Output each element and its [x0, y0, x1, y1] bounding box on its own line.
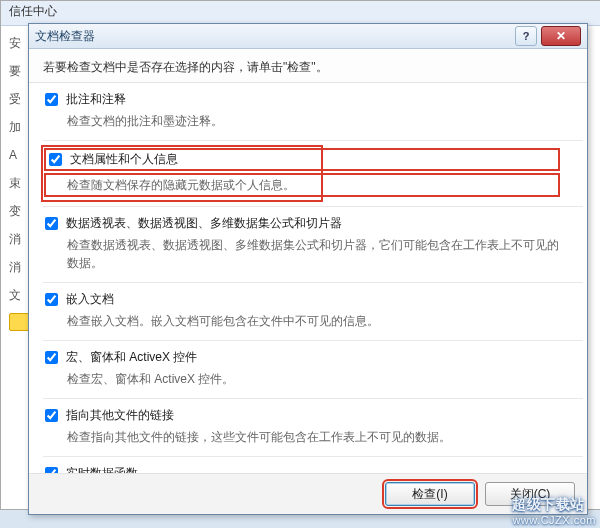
- option-title: 指向其他文件的链接: [66, 407, 174, 424]
- inspector-option: 指向其他文件的链接检查指向其他文件的链接，这些文件可能包含在工作表上不可见的数据…: [43, 399, 583, 457]
- option-description: 检查随文档保存的隐藏元数据或个人信息。: [45, 174, 559, 196]
- option-description: 检查嵌入文档。嵌入文档可能包含在文件中不可见的信息。: [67, 312, 559, 330]
- option-checkbox[interactable]: [49, 153, 62, 166]
- document-inspector-dialog: 文档检查器 ? ✕ 若要检查文档中是否存在选择的内容，请单击"检查"。 批注和注…: [28, 23, 588, 515]
- option-title: 宏、窗体和 ActiveX 控件: [66, 349, 197, 366]
- inspector-option: 文档属性和个人信息检查随文档保存的隐藏元数据或个人信息。: [43, 141, 583, 207]
- option-title: 嵌入文档: [66, 291, 114, 308]
- close-button[interactable]: 关闭(C): [485, 482, 575, 506]
- help-button[interactable]: ?: [515, 26, 537, 46]
- inspector-option: 实时数据函数检查是否存在可以从工作簿外部提取数据的实时数据 (RTD) 函数。: [43, 457, 583, 474]
- close-icon[interactable]: ✕: [541, 26, 581, 46]
- option-checkbox[interactable]: [45, 217, 58, 230]
- option-title: 批注和注释: [66, 91, 126, 108]
- option-title: 数据透视表、数据透视图、多维数据集公式和切片器: [66, 215, 342, 232]
- inspector-option: 宏、窗体和 ActiveX 控件检查宏、窗体和 ActiveX 控件。: [43, 341, 583, 399]
- inspect-button[interactable]: 检查(I): [385, 482, 475, 506]
- warning-badge: [9, 313, 29, 331]
- option-title: 实时数据函数: [66, 465, 138, 474]
- option-checkbox[interactable]: [45, 351, 58, 364]
- inspector-option: 嵌入文档检查嵌入文档。嵌入文档可能包含在文件中不可见的信息。: [43, 283, 583, 341]
- dialog-titlebar: 文档检查器 ? ✕: [29, 24, 587, 49]
- inspector-option: 批注和注释检查文档的批注和墨迹注释。: [43, 83, 583, 141]
- dialog-title-text: 文档检查器: [35, 28, 95, 45]
- option-checkbox[interactable]: [45, 93, 58, 106]
- option-description: 检查文档的批注和墨迹注释。: [67, 112, 559, 130]
- dialog-button-bar: 检查(I) 关闭(C): [29, 474, 587, 514]
- option-checkbox[interactable]: [45, 467, 58, 474]
- dialog-instruction-text: 若要检查文档中是否存在选择的内容，请单击"检查"。: [29, 49, 587, 82]
- option-description: 检查宏、窗体和 ActiveX 控件。: [67, 370, 559, 388]
- option-title: 文档属性和个人信息: [70, 151, 178, 168]
- inspector-options-list[interactable]: 批注和注释检查文档的批注和墨迹注释。文档属性和个人信息检查随文档保存的隐藏元数据…: [29, 82, 587, 474]
- option-checkbox[interactable]: [45, 293, 58, 306]
- option-description: 检查指向其他文件的链接，这些文件可能包含在工作表上不可见的数据。: [67, 428, 559, 446]
- parent-nav-stubs: 安 要 受 加 A 束 变 消 消 文: [9, 29, 24, 331]
- option-description: 检查数据透视表、数据透视图、多维数据集公式和切片器，它们可能包含在工作表上不可见…: [67, 236, 559, 272]
- inspector-option: 数据透视表、数据透视图、多维数据集公式和切片器检查数据透视表、数据透视图、多维数…: [43, 207, 583, 283]
- option-checkbox[interactable]: [45, 409, 58, 422]
